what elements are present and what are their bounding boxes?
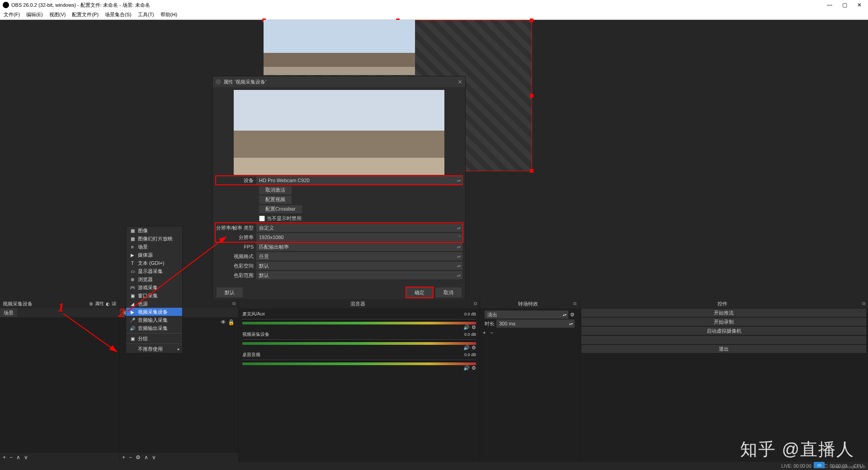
- ctx-item[interactable]: T文本 (GDI+): [126, 259, 182, 267]
- add-transition-button[interactable]: +: [483, 330, 486, 335]
- menu-scene-collection[interactable]: 场景集合(S): [105, 11, 132, 18]
- dialog-titlebar[interactable]: 属性 '视频采集设备' ✕: [213, 76, 465, 87]
- configure-crossbar-button[interactable]: 配置Crossbar: [259, 205, 302, 213]
- sources-dock-title: 视频采集设备: [3, 301, 33, 307]
- control-button[interactable]: 退出: [581, 345, 866, 353]
- menu-view[interactable]: 视图(V): [49, 11, 66, 18]
- transition-select[interactable]: 淡出▴▾: [485, 310, 568, 319]
- gear-icon[interactable]: ⚙: [472, 365, 476, 371]
- defaults-button[interactable]: 默认: [217, 287, 243, 297]
- minimize-button[interactable]: ―: [827, 2, 832, 8]
- add-scene-button[interactable]: +: [3, 454, 6, 461]
- deactivate-when-hidden-checkbox[interactable]: [259, 216, 265, 221]
- resize-handle[interactable]: [530, 169, 533, 173]
- device-select[interactable]: HD Pro Webcam C920▴▾: [256, 176, 462, 184]
- watermark-url: www.qdhuajin.com: [831, 465, 865, 469]
- ctx-item[interactable]: ▭显示器采集: [126, 267, 182, 275]
- duration-input[interactable]: 300 ms▴▾: [496, 320, 575, 328]
- menu-edit[interactable]: 编辑(E): [26, 11, 43, 18]
- colorspace-label: 色彩空间: [216, 263, 256, 269]
- obs-logo-icon: [216, 79, 221, 85]
- undock-icon[interactable]: ⧉: [474, 301, 477, 306]
- control-button[interactable]: [581, 336, 866, 344]
- ctx-item[interactable]: ◢色源: [126, 300, 182, 308]
- ctx-item[interactable]: ▶媒体源: [126, 251, 182, 259]
- menu-help[interactable]: 帮助(H): [160, 11, 177, 18]
- ok-button[interactable]: 确定: [406, 287, 433, 297]
- resolution-label: 分辨率: [216, 234, 256, 241]
- filter-icon[interactable]: ◐: [106, 301, 110, 306]
- properties-button[interactable]: 属性: [95, 301, 104, 307]
- close-button[interactable]: ✕: [857, 2, 862, 8]
- window-titlebar: OBS 26.0.2 (32-bit, windows) - 配置文件: 未命名…: [0, 0, 868, 10]
- menu-tools[interactable]: 工具(T): [138, 11, 154, 18]
- ctx-item[interactable]: ⊕浏览器: [126, 275, 182, 283]
- undock-icon[interactable]: ⧉: [573, 301, 576, 306]
- source-down-button[interactable]: ∨: [152, 454, 156, 461]
- lock-icon[interactable]: 🔒: [228, 319, 235, 325]
- colorrange-select[interactable]: 默认▴▾: [256, 271, 462, 279]
- control-button[interactable]: 开始推流: [581, 309, 866, 317]
- duration-label: 时长: [485, 320, 495, 327]
- mixer-title: 混音器: [241, 301, 474, 307]
- source-up-button[interactable]: ∧: [144, 454, 148, 461]
- fps-select[interactable]: 匹配输出帧率▴▾: [256, 243, 462, 251]
- menu-profile[interactable]: 配置文件(P): [72, 11, 99, 18]
- scenes-tab[interactable]: 场景: [0, 308, 17, 317]
- scene-down-button[interactable]: ∨: [24, 454, 28, 461]
- add-source-context-menu: ▦图像▦图像幻灯片放映≡场景▶媒体源T文本 (GDI+)▭显示器采集⊕浏览器🎮游…: [126, 226, 183, 353]
- obs-logo-icon: [3, 2, 9, 8]
- scene-up-button[interactable]: ∧: [16, 454, 20, 461]
- dialog-preview: [234, 90, 444, 175]
- undock-icon[interactable]: ⧉: [862, 301, 865, 306]
- add-source-button[interactable]: +: [122, 454, 125, 461]
- source-props-button[interactable]: ⚙: [136, 454, 141, 461]
- undock-icon[interactable]: ⧉: [232, 301, 236, 306]
- sources-dock: 视频采集设备 ⚙属性 ◐滤 场景 + − ∧ ∨: [0, 299, 119, 462]
- ctx-item[interactable]: 🔊音频输出采集: [126, 324, 182, 332]
- ctx-item[interactable]: ≡场景: [126, 243, 182, 251]
- gear-icon[interactable]: ⚙: [570, 312, 575, 318]
- gear-icon[interactable]: ⚙: [472, 345, 476, 351]
- cancel-button[interactable]: 取消: [435, 287, 462, 297]
- restype-select[interactable]: 自定义▴▾: [256, 224, 462, 232]
- window-title: OBS 26.0.2 (32-bit, windows) - 配置文件: 未命名…: [11, 2, 150, 9]
- remove-source-button[interactable]: −: [129, 454, 132, 461]
- gear-icon[interactable]: ⚙: [472, 324, 476, 330]
- remove-transition-button[interactable]: −: [490, 330, 493, 335]
- control-button[interactable]: 开始录制: [581, 318, 866, 326]
- speaker-icon[interactable]: 🔊: [463, 324, 470, 330]
- resize-handle[interactable]: [530, 94, 533, 98]
- ctx-group[interactable]: ▣分组: [126, 334, 182, 343]
- ctx-item[interactable]: 🎮游戏采集: [126, 283, 182, 291]
- vformat-select[interactable]: 任意▴▾: [256, 252, 462, 260]
- control-button[interactable]: 启动虚拟摄像机: [581, 327, 866, 335]
- speaker-icon[interactable]: 🔊: [463, 365, 470, 371]
- annotation-number-2: 2: [118, 306, 125, 320]
- maximize-button[interactable]: ▢: [842, 2, 847, 8]
- filters-button[interactable]: 滤: [112, 301, 116, 307]
- ctx-item[interactable]: ▣窗口采集: [126, 291, 182, 300]
- resize-handle[interactable]: [530, 19, 533, 22]
- visibility-icon[interactable]: 👁: [221, 319, 226, 325]
- remove-scene-button[interactable]: −: [9, 454, 13, 461]
- deactivate-when-hidden-label: 当不显示时禁用: [267, 215, 302, 222]
- properties-dialog: 属性 '视频采集设备' ✕ 设备 HD Pro Webcam C920▴▾ 取消…: [212, 76, 466, 302]
- speaker-icon[interactable]: 🔊: [463, 345, 470, 351]
- configure-video-button[interactable]: 配置视频: [259, 196, 292, 204]
- menubar: 文件(F) 编辑(E) 视图(V) 配置文件(P) 场景集合(S) 工具(T) …: [0, 10, 868, 20]
- dialog-title: 属性 '视频采集设备': [223, 79, 266, 85]
- ctx-item[interactable]: ▦图像幻灯片放映: [126, 235, 182, 243]
- deactivate-button[interactable]: 取消激活: [259, 186, 292, 194]
- vformat-label: 视频格式: [216, 253, 256, 260]
- colorspace-select[interactable]: 默认▴▾: [256, 262, 462, 270]
- dialog-close-icon[interactable]: ✕: [458, 79, 462, 85]
- ctx-item[interactable]: ▶视频采集设备: [126, 308, 182, 316]
- ctx-item[interactable]: 🎤音频输入采集: [126, 316, 182, 324]
- ctx-item[interactable]: ▦图像: [126, 226, 182, 235]
- gear-icon[interactable]: ⚙: [89, 301, 93, 306]
- resolution-select[interactable]: 1920x1080˅: [256, 233, 462, 241]
- status-live: LIVE: 00:00:00: [781, 464, 811, 469]
- ctx-deprecated[interactable]: 不推荐使用▸: [126, 345, 182, 353]
- menu-file[interactable]: 文件(F): [4, 11, 20, 18]
